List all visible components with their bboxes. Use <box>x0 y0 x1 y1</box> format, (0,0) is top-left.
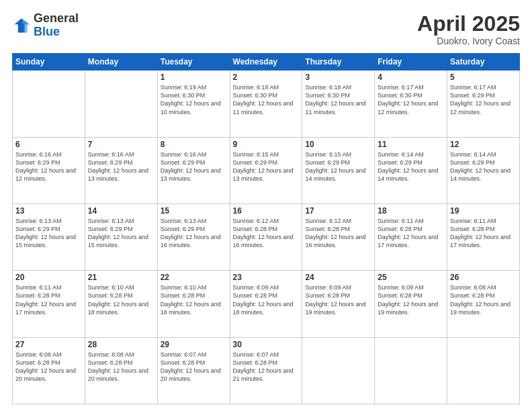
day-number: 27 <box>15 340 82 349</box>
calendar-cell <box>447 337 520 404</box>
calendar-cell: 19Sunrise: 6:11 AMSunset: 6:28 PMDayligh… <box>447 203 520 270</box>
week-row-1: 1Sunrise: 6:19 AMSunset: 6:30 PMDaylight… <box>13 71 520 137</box>
day-number: 3 <box>305 73 371 82</box>
calendar-cell: 9Sunrise: 6:15 AMSunset: 6:29 PMDaylight… <box>230 137 302 203</box>
day-number: 13 <box>15 206 82 216</box>
day-number: 15 <box>161 206 227 216</box>
day-info: Sunrise: 6:11 AMSunset: 6:28 PMDaylight:… <box>378 217 444 250</box>
calendar-cell: 20Sunrise: 6:11 AMSunset: 6:28 PMDayligh… <box>13 271 85 337</box>
day-info: Sunrise: 6:18 AMSunset: 6:30 PMDaylight:… <box>233 83 300 116</box>
calendar-cell: 15Sunrise: 6:13 AMSunset: 6:29 PMDayligh… <box>157 203 230 270</box>
day-info: Sunrise: 6:15 AMSunset: 6:29 PMDaylight:… <box>305 150 371 183</box>
day-info: Sunrise: 6:16 AMSunset: 6:29 PMDaylight:… <box>88 150 154 183</box>
day-info: Sunrise: 6:11 AMSunset: 6:28 PMDaylight:… <box>15 283 82 316</box>
day-info: Sunrise: 6:11 AMSunset: 6:28 PMDaylight:… <box>450 217 517 250</box>
calendar-cell: 17Sunrise: 6:12 AMSunset: 6:28 PMDayligh… <box>302 203 375 270</box>
day-info: Sunrise: 6:16 AMSunset: 6:29 PMDaylight:… <box>15 150 82 183</box>
day-header-sunday: Sunday <box>13 54 85 71</box>
calendar-cell: 30Sunrise: 6:07 AMSunset: 6:28 PMDayligh… <box>230 337 302 404</box>
page: General Blue April 2025 Duokro, Ivory Co… <box>0 0 532 411</box>
day-info: Sunrise: 6:10 AMSunset: 6:28 PMDaylight:… <box>88 283 154 316</box>
calendar: SundayMondayTuesdayWednesdayThursdayFrid… <box>12 53 520 404</box>
calendar-cell: 28Sunrise: 6:08 AMSunset: 6:28 PMDayligh… <box>85 337 157 404</box>
day-number: 2 <box>233 73 300 82</box>
calendar-cell: 3Sunrise: 6:18 AMSunset: 6:30 PMDaylight… <box>302 71 375 137</box>
day-info: Sunrise: 6:19 AMSunset: 6:30 PMDaylight:… <box>161 83 227 116</box>
calendar-cell: 10Sunrise: 6:15 AMSunset: 6:29 PMDayligh… <box>302 137 375 203</box>
day-info: Sunrise: 6:09 AMSunset: 6:28 PMDaylight:… <box>305 283 371 316</box>
calendar-cell: 2Sunrise: 6:18 AMSunset: 6:30 PMDaylight… <box>230 71 302 137</box>
calendar-cell: 16Sunrise: 6:12 AMSunset: 6:28 PMDayligh… <box>230 203 302 270</box>
calendar-cell: 21Sunrise: 6:10 AMSunset: 6:28 PMDayligh… <box>85 271 157 337</box>
calendar-cell: 29Sunrise: 6:07 AMSunset: 6:28 PMDayligh… <box>157 337 230 404</box>
day-number: 23 <box>233 273 300 282</box>
day-number: 25 <box>378 273 444 282</box>
calendar-cell: 27Sunrise: 6:08 AMSunset: 6:28 PMDayligh… <box>13 337 85 404</box>
calendar-cell <box>13 71 85 137</box>
day-info: Sunrise: 6:13 AMSunset: 6:29 PMDaylight:… <box>161 217 227 250</box>
day-number: 8 <box>161 140 227 149</box>
day-number: 20 <box>15 273 82 282</box>
week-row-2: 6Sunrise: 6:16 AMSunset: 6:29 PMDaylight… <box>13 137 520 203</box>
day-info: Sunrise: 6:10 AMSunset: 6:28 PMDaylight:… <box>161 283 227 316</box>
day-header-friday: Friday <box>375 54 447 71</box>
calendar-cell: 23Sunrise: 6:09 AMSunset: 6:28 PMDayligh… <box>230 271 302 337</box>
day-info: Sunrise: 6:15 AMSunset: 6:29 PMDaylight:… <box>233 150 300 183</box>
day-number: 12 <box>450 140 517 149</box>
calendar-cell: 5Sunrise: 6:17 AMSunset: 6:29 PMDaylight… <box>447 71 520 137</box>
day-number: 5 <box>450 73 517 82</box>
calendar-cell: 18Sunrise: 6:11 AMSunset: 6:28 PMDayligh… <box>375 203 447 270</box>
logo-blue: Blue <box>34 26 79 39</box>
day-number: 22 <box>161 273 227 282</box>
day-number: 24 <box>305 273 371 282</box>
day-number: 14 <box>88 206 154 216</box>
day-number: 30 <box>233 340 300 349</box>
calendar-cell: 13Sunrise: 6:13 AMSunset: 6:29 PMDayligh… <box>13 203 85 270</box>
calendar-cell <box>375 337 447 404</box>
location: Duokro, Ivory Coast <box>417 36 520 46</box>
logo-text: General Blue <box>34 12 79 39</box>
day-number: 10 <box>305 140 371 149</box>
day-number: 7 <box>88 140 154 149</box>
day-info: Sunrise: 6:07 AMSunset: 6:28 PMDaylight:… <box>161 351 227 383</box>
calendar-cell <box>85 71 157 137</box>
day-info: Sunrise: 6:16 AMSunset: 6:29 PMDaylight:… <box>161 150 227 183</box>
calendar-cell: 7Sunrise: 6:16 AMSunset: 6:29 PMDaylight… <box>85 137 157 203</box>
day-header-saturday: Saturday <box>447 54 520 71</box>
calendar-cell: 8Sunrise: 6:16 AMSunset: 6:29 PMDaylight… <box>157 137 230 203</box>
day-header-wednesday: Wednesday <box>230 54 302 71</box>
calendar-cell: 22Sunrise: 6:10 AMSunset: 6:28 PMDayligh… <box>157 271 230 337</box>
day-number: 29 <box>161 340 227 349</box>
logo: General Blue <box>12 12 79 39</box>
calendar-cell: 4Sunrise: 6:17 AMSunset: 6:30 PMDaylight… <box>375 71 447 137</box>
calendar-cell <box>302 337 375 404</box>
day-info: Sunrise: 6:17 AMSunset: 6:30 PMDaylight:… <box>378 83 444 116</box>
calendar-cell: 1Sunrise: 6:19 AMSunset: 6:30 PMDaylight… <box>157 71 230 137</box>
day-number: 28 <box>88 340 154 349</box>
calendar-cell: 25Sunrise: 6:09 AMSunset: 6:28 PMDayligh… <box>375 271 447 337</box>
day-number: 1 <box>161 73 227 82</box>
day-info: Sunrise: 6:17 AMSunset: 6:29 PMDaylight:… <box>450 83 517 116</box>
calendar-cell: 6Sunrise: 6:16 AMSunset: 6:29 PMDaylight… <box>13 137 85 203</box>
calendar-cell: 14Sunrise: 6:13 AMSunset: 6:29 PMDayligh… <box>85 203 157 270</box>
calendar-header-row: SundayMondayTuesdayWednesdayThursdayFrid… <box>13 54 520 71</box>
day-info: Sunrise: 6:13 AMSunset: 6:29 PMDaylight:… <box>15 217 82 250</box>
day-number: 11 <box>378 140 444 149</box>
week-row-4: 20Sunrise: 6:11 AMSunset: 6:28 PMDayligh… <box>13 271 520 337</box>
day-info: Sunrise: 6:09 AMSunset: 6:28 PMDaylight:… <box>233 283 300 316</box>
day-number: 9 <box>233 140 300 149</box>
day-info: Sunrise: 6:07 AMSunset: 6:28 PMDaylight:… <box>233 351 300 383</box>
day-header-thursday: Thursday <box>302 54 375 71</box>
week-row-3: 13Sunrise: 6:13 AMSunset: 6:29 PMDayligh… <box>13 203 520 270</box>
day-number: 21 <box>88 273 154 282</box>
day-header-monday: Monday <box>85 54 157 71</box>
day-info: Sunrise: 6:13 AMSunset: 6:29 PMDaylight:… <box>88 217 154 250</box>
day-number: 17 <box>305 206 371 216</box>
day-number: 18 <box>378 206 444 216</box>
day-info: Sunrise: 6:12 AMSunset: 6:28 PMDaylight:… <box>305 217 371 250</box>
day-info: Sunrise: 6:08 AMSunset: 6:28 PMDaylight:… <box>15 351 82 383</box>
day-info: Sunrise: 6:08 AMSunset: 6:28 PMDaylight:… <box>450 283 517 316</box>
day-info: Sunrise: 6:18 AMSunset: 6:30 PMDaylight:… <box>305 83 371 116</box>
title-block: April 2025 Duokro, Ivory Coast <box>417 12 520 46</box>
day-header-tuesday: Tuesday <box>157 54 230 71</box>
